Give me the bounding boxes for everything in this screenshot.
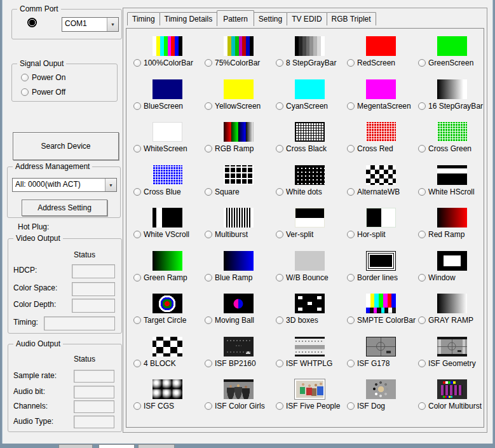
bottom-cut-button-2[interactable]: [98, 444, 135, 448]
pattern-radio[interactable]: [347, 274, 355, 282]
pattern-option[interactable]: Green Ramp: [133, 273, 203, 282]
power-on-option[interactable]: Power On: [21, 73, 65, 82]
pattern-option[interactable]: ISF Dog: [347, 402, 416, 411]
pattern-option[interactable]: Window: [418, 273, 487, 282]
pattern-radio[interactable]: [418, 360, 426, 367]
chevron-down-icon[interactable]: ▼: [107, 18, 118, 31]
power-off-radio[interactable]: [21, 88, 29, 96]
pattern-radio[interactable]: [205, 188, 212, 196]
pattern-option[interactable]: Ver-split: [276, 230, 345, 239]
pattern-option[interactable]: Target Circle: [133, 316, 203, 325]
pattern-option[interactable]: 4 BLOCK: [133, 359, 203, 368]
power-on-radio[interactable]: [21, 74, 29, 81]
pattern-option[interactable]: 8 StepGrayBar: [276, 58, 345, 67]
bottom-cut-button-1[interactable]: [58, 444, 93, 448]
pattern-option[interactable]: GRAY RAMP: [418, 316, 487, 325]
pattern-radio[interactable]: [347, 231, 355, 238]
pattern-option[interactable]: Square: [205, 187, 274, 196]
tab-timing-details[interactable]: Timing Details: [159, 12, 218, 25]
pattern-option[interactable]: GreenScreen: [418, 58, 487, 67]
pattern-radio[interactable]: [347, 145, 355, 153]
pattern-option[interactable]: Moving Ball: [205, 316, 274, 325]
tab-pattern[interactable]: Pattern: [217, 10, 254, 26]
search-device-button[interactable]: Search Device: [13, 132, 119, 160]
pattern-option[interactable]: ISF Color Girls: [205, 402, 274, 411]
pattern-radio[interactable]: [133, 360, 141, 367]
pattern-option[interactable]: Cross Black: [276, 144, 345, 153]
pattern-radio[interactable]: [276, 188, 283, 196]
pattern-radio[interactable]: [347, 59, 355, 67]
pattern-radio[interactable]: [133, 231, 141, 238]
pattern-option[interactable]: MegentaScreen: [347, 102, 416, 111]
bottom-cut-button-3[interactable]: [138, 444, 175, 448]
pattern-option[interactable]: Cross Blue: [133, 187, 203, 196]
pattern-option[interactable]: 3D boxes: [276, 316, 345, 325]
pattern-radio[interactable]: [276, 59, 283, 67]
pattern-radio[interactable]: [418, 402, 426, 410]
pattern-option[interactable]: Hor-split: [347, 230, 416, 239]
pattern-radio[interactable]: [347, 402, 355, 410]
pattern-radio[interactable]: [205, 145, 212, 153]
pattern-option[interactable]: Color Multiburst: [418, 402, 487, 411]
pattern-radio[interactable]: [133, 59, 141, 67]
pattern-option[interactable]: RedScreen: [347, 58, 416, 67]
pattern-radio[interactable]: [133, 102, 141, 110]
pattern-radio[interactable]: [418, 316, 426, 324]
power-off-option[interactable]: Power Off: [21, 88, 65, 97]
tab-setting[interactable]: Setting: [254, 12, 287, 25]
pattern-option[interactable]: White VScroll: [133, 230, 203, 239]
pattern-option[interactable]: AlternateWB: [347, 187, 416, 196]
pattern-radio[interactable]: [418, 231, 426, 238]
pattern-radio[interactable]: [347, 316, 355, 324]
pattern-radio[interactable]: [133, 188, 141, 196]
pattern-radio[interactable]: [276, 316, 283, 324]
pattern-radio[interactable]: [276, 274, 283, 282]
pattern-option[interactable]: Blue Ramp: [205, 273, 274, 282]
pattern-radio[interactable]: [205, 360, 212, 367]
pattern-radio[interactable]: [205, 316, 212, 324]
pattern-radio[interactable]: [418, 188, 426, 196]
pattern-option[interactable]: ISF Five People: [276, 402, 345, 411]
com-port-select[interactable]: COM1 ▼: [62, 17, 119, 32]
pattern-radio[interactable]: [276, 402, 283, 410]
pattern-option[interactable]: White dots: [276, 187, 345, 196]
pattern-option[interactable]: Cross Green: [418, 144, 487, 153]
address-setting-button[interactable]: Address Setting: [22, 200, 107, 216]
pattern-option[interactable]: Cross Red: [347, 144, 416, 153]
pattern-radio[interactable]: [133, 316, 141, 324]
pattern-option[interactable]: Multiburst: [205, 230, 274, 239]
chevron-down-icon[interactable]: ▼: [105, 179, 116, 191]
pattern-radio[interactable]: [276, 231, 283, 238]
pattern-radio[interactable]: [205, 402, 212, 410]
pattern-option[interactable]: SMPTE ColorBar: [347, 316, 416, 325]
pattern-option[interactable]: RGB Ramp: [205, 144, 274, 153]
pattern-radio[interactable]: [347, 360, 355, 367]
pattern-radio[interactable]: [418, 145, 426, 153]
pattern-radio[interactable]: [205, 231, 212, 238]
address-select[interactable]: All: 0000(with ACT) ▼: [12, 178, 117, 192]
pattern-radio[interactable]: [276, 360, 283, 367]
pattern-radio[interactable]: [133, 402, 141, 410]
tab-rgb-triplet[interactable]: RGB Triplet: [327, 12, 376, 25]
pattern-radio[interactable]: [205, 59, 212, 67]
pattern-option[interactable]: W/B Bounce: [276, 273, 345, 282]
pattern-option[interactable]: ISF WHTPLG: [276, 359, 345, 368]
pattern-option[interactable]: ISF CGS: [133, 402, 203, 411]
pattern-radio[interactable]: [418, 274, 426, 282]
pattern-radio[interactable]: [418, 102, 426, 110]
pattern-option[interactable]: 16 StepGrayBar: [418, 102, 487, 111]
pattern-option[interactable]: ISF Geometry: [418, 359, 487, 368]
pattern-radio[interactable]: [205, 274, 212, 282]
pattern-option[interactable]: BlueScreen: [133, 102, 203, 111]
pattern-option[interactable]: Red Ramp: [418, 230, 487, 239]
pattern-option[interactable]: CyanScreen: [276, 102, 345, 111]
pattern-option[interactable]: Border lines: [347, 273, 416, 282]
pattern-option[interactable]: White HScroll: [418, 187, 487, 196]
pattern-option[interactable]: 75%ColorBar: [205, 58, 274, 67]
pattern-option[interactable]: ISF G178: [347, 359, 416, 368]
tab-timing[interactable]: Timing: [127, 12, 160, 25]
pattern-radio[interactable]: [276, 102, 283, 110]
pattern-radio[interactable]: [347, 102, 355, 110]
tab-tv-edid[interactable]: TV EDID: [287, 12, 327, 25]
pattern-radio[interactable]: [205, 102, 212, 110]
